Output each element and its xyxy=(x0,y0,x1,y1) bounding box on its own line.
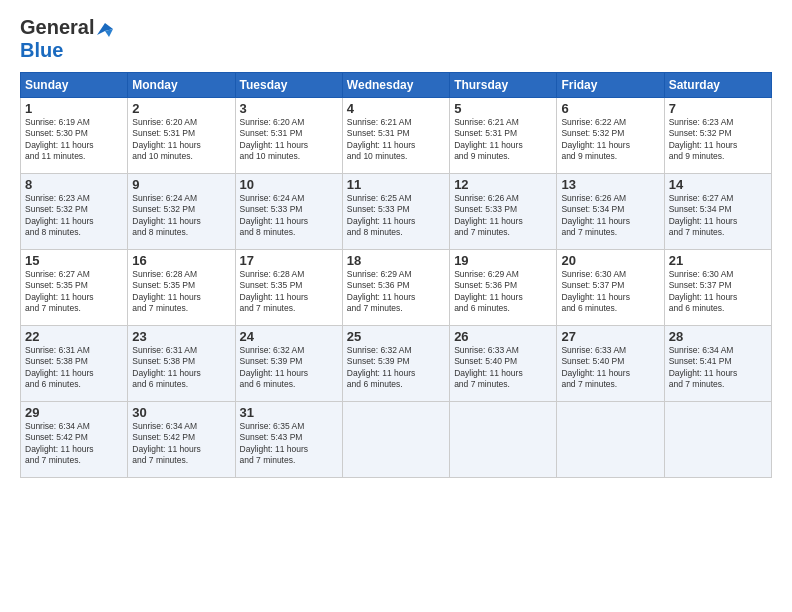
calendar-week-5: 29 Sunrise: 6:34 AM Sunset: 5:42 PM Dayl… xyxy=(21,402,772,478)
day-number: 11 xyxy=(347,177,445,192)
day-number: 5 xyxy=(454,101,552,116)
calendar-cell: 2 Sunrise: 6:20 AM Sunset: 5:31 PM Dayli… xyxy=(128,98,235,174)
calendar-cell: 25 Sunrise: 6:32 AM Sunset: 5:39 PM Dayl… xyxy=(342,326,449,402)
weekday-header-sunday: Sunday xyxy=(21,73,128,98)
logo-blue: Blue xyxy=(20,39,63,61)
cell-info: Sunrise: 6:23 AM Sunset: 5:32 PM Dayligh… xyxy=(25,193,123,239)
day-number: 18 xyxy=(347,253,445,268)
cell-info: Sunrise: 6:22 AM Sunset: 5:32 PM Dayligh… xyxy=(561,117,659,163)
calendar-cell: 21 Sunrise: 6:30 AM Sunset: 5:37 PM Dayl… xyxy=(664,250,771,326)
cell-info: Sunrise: 6:34 AM Sunset: 5:41 PM Dayligh… xyxy=(669,345,767,391)
day-number: 20 xyxy=(561,253,659,268)
calendar-cell: 3 Sunrise: 6:20 AM Sunset: 5:31 PM Dayli… xyxy=(235,98,342,174)
weekday-header-saturday: Saturday xyxy=(664,73,771,98)
header: General Blue xyxy=(20,16,772,62)
cell-info: Sunrise: 6:21 AM Sunset: 5:31 PM Dayligh… xyxy=(454,117,552,163)
day-number: 16 xyxy=(132,253,230,268)
day-number: 30 xyxy=(132,405,230,420)
day-number: 7 xyxy=(669,101,767,116)
day-number: 26 xyxy=(454,329,552,344)
cell-info: Sunrise: 6:31 AM Sunset: 5:38 PM Dayligh… xyxy=(132,345,230,391)
day-number: 22 xyxy=(25,329,123,344)
cell-info: Sunrise: 6:34 AM Sunset: 5:42 PM Dayligh… xyxy=(25,421,123,467)
calendar-cell: 14 Sunrise: 6:27 AM Sunset: 5:34 PM Dayl… xyxy=(664,174,771,250)
calendar-cell: 6 Sunrise: 6:22 AM Sunset: 5:32 PM Dayli… xyxy=(557,98,664,174)
cell-info: Sunrise: 6:21 AM Sunset: 5:31 PM Dayligh… xyxy=(347,117,445,163)
cell-info: Sunrise: 6:32 AM Sunset: 5:39 PM Dayligh… xyxy=(240,345,338,391)
cell-info: Sunrise: 6:31 AM Sunset: 5:38 PM Dayligh… xyxy=(25,345,123,391)
calendar-cell: 4 Sunrise: 6:21 AM Sunset: 5:31 PM Dayli… xyxy=(342,98,449,174)
day-number: 13 xyxy=(561,177,659,192)
calendar-cell xyxy=(557,402,664,478)
weekday-header-thursday: Thursday xyxy=(450,73,557,98)
calendar-cell: 11 Sunrise: 6:25 AM Sunset: 5:33 PM Dayl… xyxy=(342,174,449,250)
cell-info: Sunrise: 6:30 AM Sunset: 5:37 PM Dayligh… xyxy=(561,269,659,315)
cell-info: Sunrise: 6:33 AM Sunset: 5:40 PM Dayligh… xyxy=(454,345,552,391)
calendar-cell: 9 Sunrise: 6:24 AM Sunset: 5:32 PM Dayli… xyxy=(128,174,235,250)
calendar-cell xyxy=(450,402,557,478)
calendar-week-2: 8 Sunrise: 6:23 AM Sunset: 5:32 PM Dayli… xyxy=(21,174,772,250)
calendar-cell xyxy=(342,402,449,478)
weekday-header-wednesday: Wednesday xyxy=(342,73,449,98)
weekday-header-tuesday: Tuesday xyxy=(235,73,342,98)
calendar-cell: 27 Sunrise: 6:33 AM Sunset: 5:40 PM Dayl… xyxy=(557,326,664,402)
day-number: 9 xyxy=(132,177,230,192)
calendar-cell: 28 Sunrise: 6:34 AM Sunset: 5:41 PM Dayl… xyxy=(664,326,771,402)
day-number: 23 xyxy=(132,329,230,344)
day-number: 6 xyxy=(561,101,659,116)
day-number: 4 xyxy=(347,101,445,116)
calendar-table: SundayMondayTuesdayWednesdayThursdayFrid… xyxy=(20,72,772,478)
calendar-cell: 12 Sunrise: 6:26 AM Sunset: 5:33 PM Dayl… xyxy=(450,174,557,250)
cell-info: Sunrise: 6:24 AM Sunset: 5:32 PM Dayligh… xyxy=(132,193,230,239)
day-number: 28 xyxy=(669,329,767,344)
cell-info: Sunrise: 6:24 AM Sunset: 5:33 PM Dayligh… xyxy=(240,193,338,239)
cell-info: Sunrise: 6:23 AM Sunset: 5:32 PM Dayligh… xyxy=(669,117,767,163)
calendar-week-1: 1 Sunrise: 6:19 AM Sunset: 5:30 PM Dayli… xyxy=(21,98,772,174)
calendar-cell: 5 Sunrise: 6:21 AM Sunset: 5:31 PM Dayli… xyxy=(450,98,557,174)
cell-info: Sunrise: 6:25 AM Sunset: 5:33 PM Dayligh… xyxy=(347,193,445,239)
cell-info: Sunrise: 6:20 AM Sunset: 5:31 PM Dayligh… xyxy=(132,117,230,163)
calendar-cell: 29 Sunrise: 6:34 AM Sunset: 5:42 PM Dayl… xyxy=(21,402,128,478)
cell-info: Sunrise: 6:29 AM Sunset: 5:36 PM Dayligh… xyxy=(347,269,445,315)
calendar-cell: 30 Sunrise: 6:34 AM Sunset: 5:42 PM Dayl… xyxy=(128,402,235,478)
calendar-header-row: SundayMondayTuesdayWednesdayThursdayFrid… xyxy=(21,73,772,98)
day-number: 1 xyxy=(25,101,123,116)
day-number: 27 xyxy=(561,329,659,344)
cell-info: Sunrise: 6:19 AM Sunset: 5:30 PM Dayligh… xyxy=(25,117,123,163)
calendar-cell: 26 Sunrise: 6:33 AM Sunset: 5:40 PM Dayl… xyxy=(450,326,557,402)
cell-info: Sunrise: 6:32 AM Sunset: 5:39 PM Dayligh… xyxy=(347,345,445,391)
calendar-cell: 7 Sunrise: 6:23 AM Sunset: 5:32 PM Dayli… xyxy=(664,98,771,174)
calendar-week-4: 22 Sunrise: 6:31 AM Sunset: 5:38 PM Dayl… xyxy=(21,326,772,402)
calendar-cell: 31 Sunrise: 6:35 AM Sunset: 5:43 PM Dayl… xyxy=(235,402,342,478)
cell-info: Sunrise: 6:35 AM Sunset: 5:43 PM Dayligh… xyxy=(240,421,338,467)
calendar-cell xyxy=(664,402,771,478)
cell-info: Sunrise: 6:29 AM Sunset: 5:36 PM Dayligh… xyxy=(454,269,552,315)
weekday-header-monday: Monday xyxy=(128,73,235,98)
calendar-week-3: 15 Sunrise: 6:27 AM Sunset: 5:35 PM Dayl… xyxy=(21,250,772,326)
day-number: 19 xyxy=(454,253,552,268)
day-number: 21 xyxy=(669,253,767,268)
day-number: 8 xyxy=(25,177,123,192)
calendar-cell: 15 Sunrise: 6:27 AM Sunset: 5:35 PM Dayl… xyxy=(21,250,128,326)
calendar-cell: 17 Sunrise: 6:28 AM Sunset: 5:35 PM Dayl… xyxy=(235,250,342,326)
calendar-cell: 19 Sunrise: 6:29 AM Sunset: 5:36 PM Dayl… xyxy=(450,250,557,326)
calendar-cell: 24 Sunrise: 6:32 AM Sunset: 5:39 PM Dayl… xyxy=(235,326,342,402)
day-number: 3 xyxy=(240,101,338,116)
cell-info: Sunrise: 6:26 AM Sunset: 5:33 PM Dayligh… xyxy=(454,193,552,239)
day-number: 17 xyxy=(240,253,338,268)
calendar-cell: 1 Sunrise: 6:19 AM Sunset: 5:30 PM Dayli… xyxy=(21,98,128,174)
calendar-cell: 20 Sunrise: 6:30 AM Sunset: 5:37 PM Dayl… xyxy=(557,250,664,326)
cell-info: Sunrise: 6:27 AM Sunset: 5:34 PM Dayligh… xyxy=(669,193,767,239)
cell-info: Sunrise: 6:28 AM Sunset: 5:35 PM Dayligh… xyxy=(240,269,338,315)
day-number: 24 xyxy=(240,329,338,344)
day-number: 31 xyxy=(240,405,338,420)
calendar-cell: 16 Sunrise: 6:28 AM Sunset: 5:35 PM Dayl… xyxy=(128,250,235,326)
calendar-cell: 22 Sunrise: 6:31 AM Sunset: 5:38 PM Dayl… xyxy=(21,326,128,402)
day-number: 2 xyxy=(132,101,230,116)
cell-info: Sunrise: 6:26 AM Sunset: 5:34 PM Dayligh… xyxy=(561,193,659,239)
calendar-cell: 8 Sunrise: 6:23 AM Sunset: 5:32 PM Dayli… xyxy=(21,174,128,250)
day-number: 12 xyxy=(454,177,552,192)
day-number: 15 xyxy=(25,253,123,268)
logo-bird-icon xyxy=(95,21,113,37)
cell-info: Sunrise: 6:34 AM Sunset: 5:42 PM Dayligh… xyxy=(132,421,230,467)
